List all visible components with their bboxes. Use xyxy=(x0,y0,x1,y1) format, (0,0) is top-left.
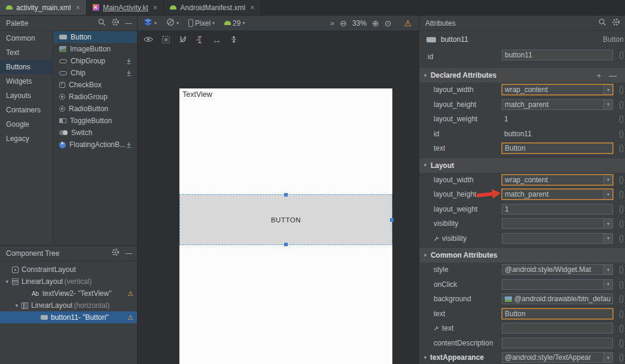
palette-category-common[interactable]: Common xyxy=(0,31,52,45)
tab-activity-main-xml[interactable]: activity_main.xml× xyxy=(0,0,87,15)
resize-handle[interactable] xyxy=(284,193,288,197)
palette-item-togglebutton[interactable]: ToggleButton xyxy=(53,115,137,127)
canvas-button-selected[interactable]: BUTTON xyxy=(179,194,392,245)
gear-icon[interactable] xyxy=(111,18,120,28)
pin-icon[interactable] xyxy=(620,354,623,362)
palette-item-button[interactable]: Button xyxy=(53,31,137,43)
download-icon[interactable] xyxy=(126,142,132,148)
design-surface-selector[interactable]: ▾ xyxy=(144,18,157,28)
add-attribute-icon[interactable]: + xyxy=(596,71,601,80)
pin-icon[interactable] xyxy=(620,220,623,228)
palette-item-imagebutton[interactable]: ImageButton xyxy=(53,43,137,55)
id-field[interactable]: button11 xyxy=(502,50,613,60)
section-header-layout[interactable]: ▼Layout xyxy=(419,158,625,173)
search-icon[interactable] xyxy=(598,18,606,28)
device-selector[interactable]: Pixel▾ xyxy=(188,19,215,27)
palette-category-google[interactable]: Google xyxy=(0,117,52,131)
palette-category-text[interactable]: Text xyxy=(0,45,52,60)
tree-item-button11-button[interactable]: button11- "Button"⚠ xyxy=(0,311,137,323)
api-level-selector[interactable]: 29▾ xyxy=(224,19,245,27)
pin-icon[interactable] xyxy=(620,281,623,289)
pin-icon[interactable] xyxy=(620,295,623,303)
pin-icon[interactable] xyxy=(620,266,623,274)
pin-icon[interactable] xyxy=(620,206,623,213)
pin-icon[interactable] xyxy=(620,176,623,184)
pin-icon[interactable] xyxy=(620,145,623,152)
dropdown-arrow-icon[interactable]: ▾ xyxy=(603,189,612,199)
dropdown-arrow-icon[interactable]: ▾ xyxy=(603,175,612,185)
zoom-to-fit-button[interactable]: ⊙ xyxy=(385,19,392,28)
resize-handle[interactable] xyxy=(284,243,288,246)
dropdown-arrow-icon[interactable]: ▾ xyxy=(603,85,612,94)
palette-category-widgets[interactable]: Widgets xyxy=(0,74,52,88)
gear-icon[interactable] xyxy=(111,248,120,258)
palette-item-floatingactionb[interactable]: FloatingActionB... xyxy=(53,139,137,151)
layout-decorations-icon[interactable] xyxy=(162,36,170,44)
field-text[interactable]: Button xyxy=(502,143,613,154)
hide-panel-icon[interactable]: — xyxy=(125,250,132,256)
field-background[interactable]: @android:drawable/btn_defau xyxy=(502,293,613,304)
field-layout-height[interactable]: match_parent▾ xyxy=(502,99,613,110)
field-textappearance[interactable]: @android:style/TextAppear▾ xyxy=(502,352,613,363)
field-layout-width[interactable]: wrap_content▾ xyxy=(502,84,613,95)
resize-handle[interactable] xyxy=(390,218,394,222)
tab-close-icon[interactable]: × xyxy=(75,3,80,12)
palette-category-layouts[interactable]: Layouts xyxy=(0,88,52,103)
tab-close-icon[interactable]: × xyxy=(250,3,255,12)
pin-icon[interactable] xyxy=(620,310,623,318)
pin-icon[interactable] xyxy=(620,339,623,347)
field-text[interactable]: Button xyxy=(502,308,613,319)
gear-icon[interactable] xyxy=(612,18,620,28)
tab-close-icon[interactable]: × xyxy=(153,3,158,12)
collapse-icon[interactable]: ▼ xyxy=(5,279,12,285)
dropdown-arrow-icon[interactable]: ▾ xyxy=(603,234,612,243)
canvas-textview[interactable]: TextView xyxy=(182,90,212,99)
dropdown-arrow-icon[interactable]: ▾ xyxy=(603,219,612,228)
dropdown-arrow-icon[interactable]: ▾ xyxy=(603,100,612,109)
collapse-icon[interactable]: ▼ xyxy=(423,355,428,360)
section-header-common-attributes[interactable]: ▼Common Attributes xyxy=(419,248,625,262)
pin-icon[interactable] xyxy=(620,51,623,59)
download-icon[interactable] xyxy=(126,58,132,65)
tree-item-linearlayout[interactable]: ▼LinearLayout(vertical) xyxy=(0,276,137,287)
dropdown-arrow-icon[interactable]: ▾ xyxy=(603,280,612,289)
dropdown-arrow-icon[interactable]: ▾ xyxy=(603,353,612,362)
field-layout-width[interactable]: wrap_content▾ xyxy=(502,175,613,185)
collapse-icon[interactable]: ▼ xyxy=(14,303,22,308)
design-artboard[interactable]: TextView BUTTON xyxy=(179,88,392,364)
tab-mainactivity-kt[interactable]: KMainActivity.kt× xyxy=(87,0,164,15)
warning-icon[interactable]: ⚠ xyxy=(404,19,411,28)
pin-icon[interactable] xyxy=(620,235,623,243)
default-margins-icon[interactable] xyxy=(196,36,203,44)
palette-item-chip[interactable]: Chip xyxy=(53,67,137,79)
autoconnect-magnet-icon[interactable] xyxy=(179,35,187,44)
field-style[interactable]: @android:style/Widget.Mat▾ xyxy=(502,264,613,275)
remove-attribute-icon[interactable]: — xyxy=(609,71,617,80)
palette-item-radiogroup[interactable]: RadioGroup xyxy=(53,91,137,103)
zoom-out-button[interactable]: ⊖ xyxy=(340,19,347,28)
pin-icon[interactable] xyxy=(620,101,623,109)
tree-item-linearlayout[interactable]: ▼LinearLayout(horizontal) xyxy=(0,299,137,311)
search-icon[interactable] xyxy=(97,18,106,28)
zoom-in-button[interactable]: ⊕ xyxy=(372,19,379,28)
palette-category-containers[interactable]: Containers xyxy=(0,103,52,117)
field-onclick[interactable]: ▾ xyxy=(502,279,613,290)
pin-icon[interactable] xyxy=(620,325,623,332)
view-options-eye-icon[interactable] xyxy=(144,36,153,43)
toolbar-overflow-icon[interactable]: » xyxy=(330,19,334,27)
palette-category-legacy[interactable]: Legacy xyxy=(0,131,52,146)
pin-icon[interactable] xyxy=(620,130,623,138)
field-text[interactable] xyxy=(502,323,613,334)
palette-item-radiobutton[interactable]: RadioButton xyxy=(53,103,137,115)
dropdown-arrow-icon[interactable]: ▾ xyxy=(603,265,612,274)
tab-androidmanifest-xml[interactable]: AndroidManifest.xml× xyxy=(164,0,261,15)
palette-category-buttons[interactable]: Buttons xyxy=(0,60,52,74)
pin-icon[interactable] xyxy=(620,86,623,94)
palette-item-chipgroup[interactable]: ChipGroup xyxy=(53,55,137,67)
pin-icon[interactable] xyxy=(620,115,623,123)
distribute-vertical-icon[interactable] xyxy=(230,35,237,44)
field-visibility[interactable]: ▾ xyxy=(502,233,613,244)
pin-icon[interactable] xyxy=(620,191,623,198)
section-header-declared-attributes[interactable]: ▼Declared Attributes+— xyxy=(419,68,625,82)
field-visibility[interactable]: ▾ xyxy=(502,218,613,229)
